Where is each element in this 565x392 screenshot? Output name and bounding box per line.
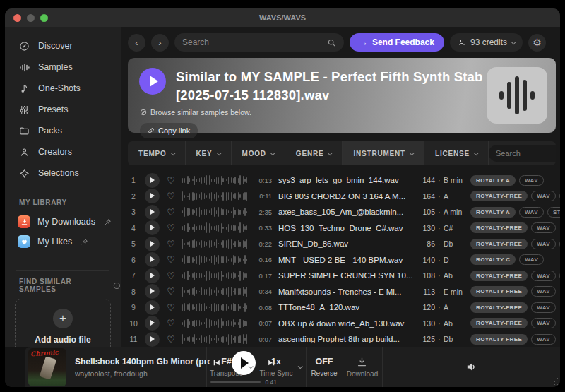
like-heart-icon[interactable]: ♡	[165, 318, 177, 328]
waveform-thumbnail[interactable]	[182, 254, 247, 266]
credits-menu[interactable]: 93 credits	[450, 33, 523, 52]
sample-duration: 0:22	[251, 240, 272, 248]
sample-name[interactable]: HOS_130_Techno_Drone_C#.wav	[278, 224, 417, 232]
reverse-toggle[interactable]: OFF Reverse	[306, 347, 343, 387]
forward-button[interactable]: ›	[151, 34, 169, 52]
like-heart-icon[interactable]: ♡	[165, 222, 177, 233]
hero-play-button[interactable]	[139, 68, 166, 95]
album-art[interactable]: Chronic	[28, 348, 66, 386]
add-file-button[interactable]: +	[53, 309, 73, 328]
list-search-input[interactable]	[496, 149, 556, 158]
pin-icon[interactable]	[81, 238, 88, 246]
like-heart-icon[interactable]: ♡	[165, 334, 177, 345]
row-play-button[interactable]	[145, 268, 160, 283]
sidebar-item-one-shots[interactable]: One-Shots	[5, 78, 121, 99]
person-icon	[458, 38, 466, 47]
filter-tempo[interactable]: TEMPO	[128, 141, 186, 165]
like-heart-icon[interactable]: ♡	[165, 254, 177, 265]
row-play-button[interactable]	[145, 252, 160, 267]
row-play-button[interactable]	[145, 173, 160, 188]
like-heart-icon[interactable]: ♡	[165, 271, 177, 281]
row-play-button[interactable]	[145, 332, 160, 347]
sidebar-item-samples[interactable]: Samples	[5, 57, 121, 78]
filter-license[interactable]: LICENSE	[424, 141, 489, 165]
row-play-button[interactable]	[145, 237, 160, 251]
sample-name[interactable]: ascending Prophet 8th arp build...	[278, 335, 417, 343]
filter-key[interactable]: KEY	[186, 141, 232, 165]
like-heart-icon[interactable]: ♡	[165, 239, 177, 249]
pin-icon[interactable]	[104, 218, 112, 226]
sample-name[interactable]: Manifxtsounds - Trenches - E Mi...	[278, 287, 417, 296]
waveform-thumbnail[interactable]	[182, 206, 247, 218]
row-play-button[interactable]	[145, 220, 160, 235]
sidebar-item-my-downloads[interactable]: My Downloads	[5, 212, 121, 232]
row-play-button[interactable]	[145, 189, 160, 203]
link-icon	[148, 127, 155, 134]
track-title[interactable]: Shellshock 140bpm Gb Minor (prod. froodo…	[75, 357, 210, 367]
sample-name[interactable]: SUPER SIMPLE CRUNCH SYN 10...	[278, 271, 417, 280]
settings-button[interactable]: ⚙	[528, 34, 546, 52]
sample-name[interactable]: OBX up & down wide_Ab_130.wav	[278, 319, 417, 328]
waveform-thumbnail[interactable]	[182, 285, 247, 297]
like-heart-icon[interactable]: ♡	[165, 191, 177, 201]
sample-row[interactable]: 1 ♡ 0:13 sys3_arp_lets_go_bmin_144.wav 1…	[128, 172, 560, 189]
time-sync-control[interactable]: 1x Time Sync	[256, 347, 306, 387]
sample-row[interactable]: 4 ♡ 0:33 HOS_130_Techno_Drone_C#.wav 130…	[128, 220, 560, 237]
sample-row[interactable]: 11 ♡ 0:07 ascending Prophet 8th arp buil…	[128, 331, 560, 347]
row-play-button[interactable]	[145, 205, 160, 220]
sample-row[interactable]: 5 ♡ 0:22 SIREN_Db_86.wav 86 · Db ROYALTY…	[128, 236, 560, 252]
waveform-thumbnail[interactable]	[182, 174, 247, 186]
waveform-thumbnail[interactable]	[182, 317, 247, 329]
sample-name[interactable]: sys3_arp_lets_go_bmin_144.wav	[278, 176, 417, 184]
sample-name[interactable]: SIREN_Db_86.wav	[278, 239, 417, 248]
filter-mood[interactable]: MOOD	[232, 141, 285, 165]
sample-name[interactable]: MNT - USED 2 BE - 140 BPM.wav	[278, 256, 417, 264]
sidebar-item-packs[interactable]: Packs	[5, 120, 121, 141]
sidebar-item-label: Samples	[38, 62, 73, 72]
sample-name[interactable]: axes_bass_105_Am_@blackmin...	[278, 208, 417, 216]
sidebar-item-creators[interactable]: Creators	[5, 141, 121, 162]
sample-name[interactable]: BIG 80S CHORDZ ON 3 164 A M...	[278, 192, 417, 201]
sidebar-item-discover[interactable]: Discover	[5, 35, 121, 57]
waveform-thumbnail[interactable]	[182, 302, 247, 314]
list-search[interactable]	[489, 145, 556, 162]
like-heart-icon[interactable]: ♡	[165, 302, 177, 313]
sidebar-item-my-likes[interactable]: My Likes	[5, 232, 121, 251]
sample-row[interactable]: 9 ♡ 0:08 TTTone48_A_120.wav 120 · A ROYA…	[128, 299, 560, 316]
play-button[interactable]	[232, 351, 256, 375]
back-button[interactable]: ‹	[128, 34, 145, 52]
row-play-button[interactable]	[145, 284, 160, 299]
sample-row[interactable]: 3 ♡ 2:35 axes_bass_105_Am_@blackmin... 1…	[128, 204, 560, 220]
download-button[interactable]: Download	[343, 347, 382, 387]
sidebar-item-presets[interactable]: Presets	[5, 99, 121, 120]
filter-instrument[interactable]: INSTRUMENT	[343, 141, 424, 165]
waveform-thumbnail[interactable]	[182, 238, 247, 250]
sample-row[interactable]: 2 ♡ 0:11 BIG 80S CHORDZ ON 3 164 A M... …	[128, 189, 560, 205]
row-play-button[interactable]	[145, 316, 160, 331]
sample-row[interactable]: 8 ♡ 0:34 Manifxtsounds - Trenches - E Mi…	[128, 284, 560, 300]
info-icon[interactable]	[113, 282, 121, 290]
resize-grip[interactable]	[551, 378, 558, 385]
sidebar-item-label: Discover	[38, 41, 73, 51]
waveform-thumbnail[interactable]	[182, 270, 247, 282]
waveform-thumbnail[interactable]	[182, 190, 247, 202]
audio-dropzone[interactable]: + Add audio file or drag & drop here	[15, 299, 111, 347]
filter-genre[interactable]: GENRE	[285, 141, 343, 165]
track-artists[interactable]: waytoolost, froodough	[75, 369, 210, 378]
global-search-input[interactable]	[182, 37, 327, 47]
copy-link-button[interactable]: Copy link	[140, 123, 198, 138]
row-play-button[interactable]	[145, 300, 160, 315]
global-search[interactable]	[174, 33, 344, 52]
sidebar-item-selections[interactable]: Selections	[5, 162, 121, 184]
waveform-thumbnail[interactable]	[182, 333, 247, 345]
waveform-thumbnail[interactable]	[182, 222, 247, 234]
sample-row[interactable]: 7 ♡ 0:17 SUPER SIMPLE CRUNCH SYN 10... 1…	[128, 268, 560, 284]
like-heart-icon[interactable]: ♡	[165, 207, 177, 218]
sample-row[interactable]: 10 ♡ 0:07 OBX up & down wide_Ab_130.wav …	[128, 316, 560, 332]
sample-name[interactable]: TTTone48_A_120.wav	[278, 303, 417, 311]
send-feedback-button[interactable]: → Send Feedback	[350, 33, 444, 52]
volume-control[interactable]	[382, 347, 561, 387]
like-heart-icon[interactable]: ♡	[165, 286, 177, 297]
like-heart-icon[interactable]: ♡	[165, 175, 177, 186]
sample-row[interactable]: 6 ♡ 0:16 MNT - USED 2 BE - 140 BPM.wav 1…	[128, 252, 560, 268]
